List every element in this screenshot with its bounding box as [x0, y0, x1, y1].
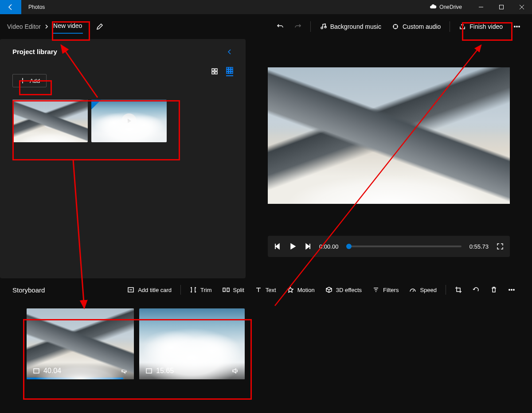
- prev-frame-button[interactable]: [274, 243, 281, 250]
- app-title: Photos: [28, 4, 45, 10]
- background-music-label: Background music: [330, 23, 381, 30]
- clip-audio-icon: [231, 367, 239, 374]
- svg-rect-8: [215, 72, 217, 74]
- maximize-icon: [499, 4, 504, 10]
- filters-button[interactable]: Filters: [368, 284, 403, 296]
- more-icon: [508, 286, 515, 293]
- clip-icon: [145, 367, 153, 374]
- clip-audio-icon: [121, 367, 128, 374]
- fullscreen-button[interactable]: [497, 243, 504, 250]
- video-preview[interactable]: [268, 67, 510, 204]
- clip-checkbox[interactable]: [121, 313, 129, 322]
- library-item-1[interactable]: [12, 100, 88, 142]
- maximize-button[interactable]: [491, 0, 512, 14]
- svg-rect-6: [215, 69, 217, 71]
- close-button[interactable]: [512, 0, 532, 14]
- breadcrumb-root[interactable]: Video Editor: [7, 23, 41, 30]
- split-button[interactable]: Split: [218, 284, 249, 296]
- clip-duration: 40.04: [43, 367, 61, 375]
- add-button[interactable]: Add: [12, 74, 47, 87]
- storyboard-row: 40.04 15.65: [0, 296, 532, 379]
- panel-title: Project library: [12, 48, 57, 55]
- export-icon: [459, 23, 466, 30]
- speed-button[interactable]: Speed: [405, 284, 441, 296]
- motion-button[interactable]: Motion: [282, 284, 319, 296]
- play-button[interactable]: [289, 243, 296, 250]
- custom-audio-label: Custom audio: [403, 23, 441, 30]
- trim-icon: [190, 286, 197, 293]
- more-button[interactable]: [509, 20, 525, 33]
- titlebar: Photos OneDrive: [0, 0, 532, 14]
- storyboard-more-button[interactable]: [504, 284, 520, 296]
- rotate-button[interactable]: [468, 284, 484, 296]
- clip-icon: [33, 367, 40, 374]
- background-music-button[interactable]: Background music: [315, 20, 386, 33]
- finish-video-label: Finish video: [469, 23, 503, 30]
- step-back-icon: [274, 243, 281, 250]
- project-library-panel: Project library Add: [0, 39, 246, 278]
- view-single-button[interactable]: [211, 68, 218, 75]
- collapse-button[interactable]: [226, 48, 233, 55]
- view-grid-button[interactable]: [226, 67, 233, 76]
- pencil-icon: [96, 23, 103, 30]
- clip-duration: 15.65: [156, 367, 174, 375]
- onedrive-label: OneDrive: [439, 4, 462, 10]
- next-frame-button[interactable]: [304, 243, 311, 250]
- minimize-icon: [478, 4, 484, 10]
- title-card-icon: [127, 286, 134, 293]
- svg-rect-13: [229, 70, 231, 71]
- svg-rect-24: [34, 369, 39, 373]
- delete-button[interactable]: [486, 284, 502, 296]
- undo-icon: [277, 23, 284, 30]
- motion-icon: [287, 286, 294, 293]
- svg-point-23: [513, 289, 514, 290]
- svg-rect-15: [227, 72, 228, 74]
- project-name[interactable]: New video: [52, 19, 83, 34]
- svg-rect-14: [231, 70, 233, 71]
- svg-rect-16: [229, 72, 231, 74]
- chevron-left-icon: [226, 48, 233, 55]
- onedrive-button[interactable]: OneDrive: [430, 4, 462, 11]
- grid-small-icon: [226, 67, 233, 74]
- adjust-icon: [392, 23, 399, 30]
- breadcrumb: Video Editor New video: [7, 19, 108, 34]
- crop-icon: [455, 286, 462, 293]
- plus-icon: [19, 77, 26, 84]
- fullscreen-icon: [497, 243, 504, 250]
- svg-rect-0: [500, 5, 504, 9]
- 3d-effects-button[interactable]: 3D effects: [321, 284, 366, 296]
- timeline-slider[interactable]: [346, 245, 461, 247]
- storyboard-clip-2[interactable]: 15.65: [139, 308, 245, 379]
- separator: [310, 21, 311, 32]
- preview-area: 0:00.00 0:55.73: [246, 39, 532, 278]
- rename-button[interactable]: [92, 20, 108, 33]
- add-title-card-button[interactable]: Add title card: [123, 284, 176, 296]
- svg-rect-7: [212, 72, 214, 74]
- svg-point-4: [519, 26, 520, 27]
- trim-button[interactable]: Trim: [185, 284, 216, 296]
- svg-rect-19: [223, 288, 225, 292]
- speed-icon: [409, 286, 416, 293]
- rotate-icon: [473, 286, 480, 293]
- svg-rect-10: [229, 67, 231, 69]
- back-button[interactable]: [0, 0, 21, 14]
- svg-rect-12: [227, 70, 228, 71]
- storyboard-clip-1[interactable]: 40.04: [27, 308, 134, 379]
- selected-corner-icon: [91, 100, 101, 109]
- close-icon: [519, 4, 524, 10]
- finish-video-button[interactable]: Finish video: [454, 20, 507, 33]
- redo-icon: [294, 23, 301, 30]
- selected-corner-icon: [12, 100, 22, 109]
- redo-button[interactable]: [290, 20, 306, 33]
- add-label: Add: [30, 78, 40, 84]
- text-button[interactable]: Text: [250, 284, 281, 296]
- library-item-2[interactable]: [91, 100, 167, 142]
- music-icon: [320, 23, 327, 30]
- cube-icon: [325, 286, 332, 293]
- player-controls: 0:00.00 0:55.73: [268, 236, 510, 257]
- undo-button[interactable]: [272, 20, 288, 33]
- minimize-button[interactable]: [471, 0, 491, 14]
- custom-audio-button[interactable]: Custom audio: [387, 20, 445, 33]
- svg-rect-9: [227, 67, 228, 69]
- crop-button[interactable]: [450, 284, 466, 296]
